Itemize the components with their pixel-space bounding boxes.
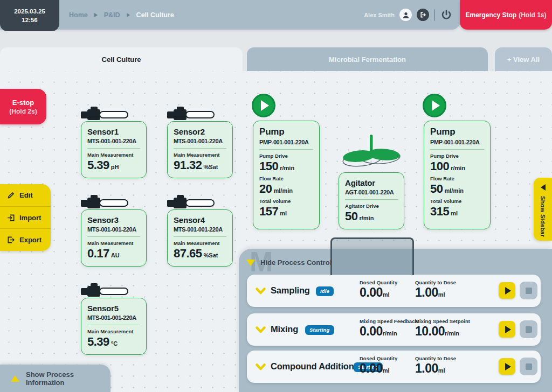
date-label: 2025.03.25 — [14, 8, 45, 16]
measurement-unit: °C — [111, 340, 118, 347]
sensor-title: Sensor1 — [87, 127, 140, 136]
avatar[interactable] — [399, 9, 412, 21]
sensor-tag: MTS-001-001-220A — [87, 314, 140, 321]
field-label: Pump Drive — [259, 153, 313, 159]
measurement-value: 5.39 — [87, 158, 109, 172]
col-label: Quantity to Dose — [415, 279, 456, 285]
col-value: 0.00 — [360, 361, 383, 375]
sensor-card-1[interactable]: Sensor1 MTS-001-001-220A Main Measuremen… — [81, 121, 147, 178]
tab-cell-culture[interactable]: Cell Culture — [0, 47, 243, 71]
col-label: Quantity to Dose — [415, 355, 456, 361]
import-icon — [7, 214, 15, 222]
chevron-left-icon — [541, 184, 546, 191]
pump1-run-indicator[interactable] — [252, 94, 275, 117]
field-value: 50 — [430, 182, 443, 195]
sensor-tag: MTS-001-001-220A — [174, 138, 226, 144]
export-button[interactable]: Export — [0, 228, 51, 251]
sensor-probe-icon — [167, 195, 216, 209]
estop-side-button[interactable]: E-stop (Hold 2s) — [0, 89, 46, 124]
triangle-down-icon — [246, 260, 255, 266]
breadcrumb-current: Cell Culture — [136, 11, 174, 19]
field-unit: ml/min — [444, 187, 463, 194]
col-unit: r/min — [445, 330, 459, 337]
field-unit: ml — [280, 210, 287, 216]
start-button[interactable] — [499, 282, 515, 299]
pump-tag: PMP-001-001-220A — [430, 139, 484, 145]
sensor-title: Sensor3 — [87, 215, 140, 225]
breadcrumb-home[interactable]: Home — [69, 11, 88, 19]
datetime-box: 2025.03.25 12:56 — [0, 0, 59, 31]
col-unit: ml — [383, 291, 390, 298]
edit-button[interactable]: Edit — [0, 184, 51, 206]
sensor-probe-icon — [81, 107, 129, 121]
show-process-information-button[interactable]: Show Process Information — [0, 365, 111, 392]
sensor-card-3[interactable]: Sensor3 MTS-001-001-220A Main Measuremen… — [81, 209, 147, 267]
breadcrumb: Home P&ID Cell Culture — [69, 0, 174, 30]
tools-panel: Edit Import Export — [0, 184, 51, 251]
pump-card-1[interactable]: Pump PMP-001-001-220A Pump Drive 150r/mi… — [253, 121, 320, 229]
play-icon — [505, 287, 511, 295]
sensor-tag: MTS-001-001-220A — [174, 226, 226, 233]
start-button[interactable] — [499, 358, 515, 375]
col-label: Mixing Speed Feedback — [360, 318, 418, 324]
chevron-down-icon[interactable] — [256, 288, 266, 295]
measurement-label: Main Measurement — [174, 152, 226, 158]
emergency-stop-button[interactable]: Emergency Stop (Hold 1s) — [460, 0, 552, 30]
play-icon — [261, 100, 269, 111]
card-divider — [87, 325, 140, 325]
sensor-title: Sensor4 — [174, 215, 226, 225]
card-divider — [87, 236, 140, 237]
tab-microbial-fermentation[interactable]: Microbial Fermentation — [247, 47, 488, 71]
stop-button[interactable] — [520, 282, 537, 299]
play-icon — [505, 363, 511, 370]
sensor-card-2[interactable]: Sensor2 MTS-001-001-220A Main Measuremen… — [167, 121, 233, 178]
sensor-probe-icon — [167, 107, 216, 121]
measurement-unit: AU — [111, 252, 120, 258]
emergency-stop-hold: (Hold 1s) — [519, 11, 546, 19]
measurement-value: 87.65 — [174, 247, 202, 260]
col-unit: r/min — [383, 330, 397, 337]
row-col1: Dosed Quantity 0.00ml — [360, 355, 397, 376]
col-unit: ml — [438, 291, 445, 298]
process-row-sampling: Sampling Idle Dosed Quantity 0.00ml Quan… — [247, 275, 541, 307]
status-badge: Idle — [316, 286, 334, 296]
card-divider — [87, 148, 140, 149]
sensor-title: Sensor5 — [87, 304, 140, 313]
sensor-card-5[interactable]: Sensor5 MTS-001-001-220A Main Measuremen… — [81, 298, 147, 355]
measurement-label: Main Measurement — [87, 152, 140, 158]
measurement-value: 0.17 — [87, 247, 109, 260]
hide-process-control-button[interactable]: Hide Process Control — [246, 258, 332, 267]
field-unit: ml/min — [273, 187, 292, 194]
chevron-down-icon[interactable] — [256, 326, 266, 333]
col-label: Mixing Speed Setpoint — [415, 318, 470, 324]
tab-view-all[interactable]: + View All — [495, 47, 552, 71]
field-label: Agitator Drive — [345, 203, 398, 209]
pump2-run-indicator[interactable] — [423, 94, 446, 117]
power-icon[interactable] — [440, 9, 453, 22]
stop-button[interactable] — [520, 358, 537, 375]
stop-button[interactable] — [520, 320, 537, 338]
field-label: Total Volume — [430, 198, 484, 204]
sensor-card-4[interactable]: Sensor4 MTS-001-001-220A Main Measuremen… — [167, 209, 233, 267]
show-sidebar-tab[interactable]: Show Sidebar — [534, 178, 552, 241]
chevron-down-icon[interactable] — [256, 363, 266, 370]
user-icon — [402, 11, 410, 19]
agitator-card[interactable]: Agitator AGT-001-001-220A Agitator Drive… — [339, 172, 404, 229]
col-label: Dosed Quantity — [360, 279, 397, 285]
pump-card-2[interactable]: Pump PMP-001-001-220A Pump Drive 100r/mi… — [424, 121, 491, 229]
pump-title: Pump — [430, 127, 484, 137]
breadcrumb-pid[interactable]: P&ID — [104, 11, 120, 19]
process-row-mixing: Mixing Starting Mixing Speed Feedback 0.… — [247, 313, 541, 346]
start-button[interactable] — [499, 321, 515, 338]
logout-button[interactable] — [417, 9, 429, 21]
field-value: 100 — [430, 159, 449, 173]
show-sidebar-label: Show Sidebar — [540, 196, 546, 237]
import-label: Import — [19, 214, 41, 222]
header-divider — [434, 9, 435, 21]
sensor-tag: MTS-001-001-220A — [87, 226, 140, 233]
import-button[interactable]: Import — [0, 206, 51, 229]
time-label: 12:56 — [22, 16, 37, 24]
stop-icon — [526, 326, 532, 333]
field-value: 315 — [430, 205, 449, 218]
stop-icon — [526, 288, 532, 294]
